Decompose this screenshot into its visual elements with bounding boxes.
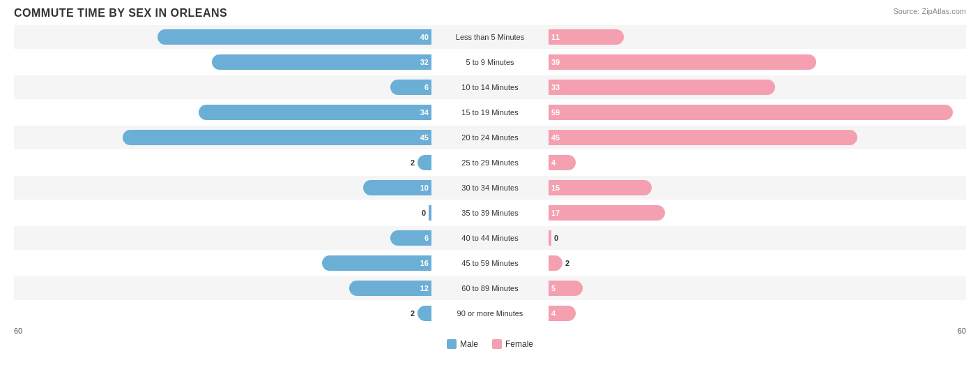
male-value: 2 bbox=[402, 309, 415, 318]
male-bar: 6 bbox=[390, 230, 431, 246]
chart-row: 2 90 or more Minutes 4 bbox=[14, 301, 966, 325]
legend-male: Male bbox=[447, 339, 478, 349]
female-value-inside: 5 bbox=[551, 284, 556, 292]
male-value-inside: 16 bbox=[420, 259, 429, 267]
male-value-inside: 12 bbox=[420, 284, 429, 292]
female-value-inside: 59 bbox=[551, 108, 560, 117]
male-bar: 6 bbox=[390, 80, 431, 95]
male-bar: 10 bbox=[363, 180, 431, 195]
row-label: 45 to 59 Minutes bbox=[434, 259, 546, 267]
legend-female-box bbox=[492, 339, 502, 349]
male-value: 0 bbox=[413, 209, 426, 217]
chart-row: 16 45 to 59 Minutes 2 bbox=[14, 251, 966, 275]
left-section: 45 bbox=[14, 126, 434, 149]
legend-female: Female bbox=[492, 339, 533, 349]
left-section: 6 bbox=[14, 226, 434, 250]
row-label: Less than 5 Minutes bbox=[434, 33, 546, 41]
left-section: 16 bbox=[14, 251, 434, 275]
row-label: 35 to 39 Minutes bbox=[434, 209, 546, 217]
legend-female-label: Female bbox=[505, 339, 533, 349]
right-section: 39 bbox=[546, 50, 966, 74]
male-value-inside: 34 bbox=[420, 108, 429, 117]
left-section: 40 bbox=[14, 25, 434, 49]
female-bar: 15 bbox=[549, 180, 652, 195]
male-value-inside: 32 bbox=[420, 58, 429, 66]
right-section: 15 bbox=[546, 176, 966, 200]
female-bar: 33 bbox=[549, 80, 775, 95]
male-bar: 40 bbox=[158, 29, 431, 45]
female-bar bbox=[549, 230, 551, 246]
male-bar: 45 bbox=[123, 130, 431, 145]
axis-right: 60 bbox=[958, 327, 966, 335]
male-value-inside: 40 bbox=[420, 33, 429, 41]
female-value-inside: 15 bbox=[551, 184, 560, 192]
chart-row: 12 60 to 89 Minutes 5 bbox=[14, 276, 966, 300]
left-section: 10 bbox=[14, 176, 434, 200]
male-bar bbox=[418, 155, 431, 170]
chart-row: 45 20 to 24 Minutes 45 bbox=[14, 126, 966, 149]
right-section: 5 bbox=[546, 276, 966, 300]
female-value-inside: 39 bbox=[551, 58, 560, 66]
legend-male-box bbox=[447, 339, 457, 349]
female-value: 0 bbox=[554, 234, 567, 242]
female-value-inside: 4 bbox=[551, 158, 556, 167]
chart-row: 6 10 to 14 Minutes 33 bbox=[14, 75, 966, 99]
left-section: 2 bbox=[14, 151, 434, 174]
axis-labels: 60 60 bbox=[14, 327, 966, 335]
row-label: 30 to 34 Minutes bbox=[434, 184, 546, 192]
right-section: 0 bbox=[546, 226, 966, 250]
right-section: 17 bbox=[546, 201, 966, 225]
chart-row: 10 30 to 34 Minutes 15 bbox=[14, 176, 966, 200]
axis-left: 60 bbox=[14, 327, 22, 335]
chart-row: 34 15 to 19 Minutes 59 bbox=[14, 100, 966, 124]
right-section: 45 bbox=[546, 126, 966, 149]
female-bar: 45 bbox=[549, 130, 857, 145]
left-section: 0 bbox=[14, 201, 434, 225]
male-value-inside: 45 bbox=[420, 133, 429, 142]
female-value-inside: 4 bbox=[551, 309, 556, 318]
female-bar: 4 bbox=[549, 155, 576, 170]
female-value-inside: 17 bbox=[551, 209, 560, 217]
source-label: Source: ZipAtlas.com bbox=[893, 7, 966, 15]
male-value-inside: 10 bbox=[420, 184, 429, 192]
chart-title: COMMUTE TIME BY SEX IN ORLEANS bbox=[14, 7, 966, 20]
legend: Male Female bbox=[14, 339, 966, 349]
row-label: 5 to 9 Minutes bbox=[434, 58, 546, 66]
female-value-inside: 11 bbox=[551, 33, 560, 41]
female-bar: 39 bbox=[549, 54, 816, 70]
left-section: 2 bbox=[14, 301, 434, 325]
chart-row: 2 25 to 29 Minutes 4 bbox=[14, 151, 966, 174]
left-section: 6 bbox=[14, 75, 434, 99]
chart-container: COMMUTE TIME BY SEX IN ORLEANS Source: Z… bbox=[0, 0, 980, 365]
female-bar: 59 bbox=[549, 105, 953, 120]
female-bar: 4 bbox=[549, 306, 576, 321]
row-label: 25 to 29 Minutes bbox=[434, 158, 546, 167]
row-label: 60 to 89 Minutes bbox=[434, 284, 546, 292]
male-bar: 34 bbox=[199, 105, 431, 120]
female-value-inside: 45 bbox=[551, 133, 560, 142]
right-section: 4 bbox=[546, 301, 966, 325]
male-value-inside: 6 bbox=[424, 234, 429, 242]
male-value: 2 bbox=[402, 158, 415, 167]
row-label: 20 to 24 Minutes bbox=[434, 133, 546, 142]
female-bar: 17 bbox=[549, 205, 665, 221]
row-label: 40 to 44 Minutes bbox=[434, 234, 546, 242]
right-section: 11 bbox=[546, 25, 966, 49]
left-section: 34 bbox=[14, 100, 434, 124]
male-bar bbox=[418, 306, 431, 321]
bars-area: 40 Less than 5 Minutes 11 32 5 to 9 Minu… bbox=[14, 25, 966, 325]
right-section: 4 bbox=[546, 151, 966, 174]
male-value-inside: 6 bbox=[424, 83, 429, 91]
male-bar: 32 bbox=[212, 54, 431, 70]
row-label: 90 or more Minutes bbox=[434, 309, 546, 318]
chart-row: 32 5 to 9 Minutes 39 bbox=[14, 50, 966, 74]
right-section: 2 bbox=[546, 251, 966, 275]
left-section: 32 bbox=[14, 50, 434, 74]
row-label: 10 to 14 Minutes bbox=[434, 83, 546, 91]
female-bar: 11 bbox=[549, 29, 624, 45]
female-bar bbox=[549, 255, 562, 271]
left-section: 12 bbox=[14, 276, 434, 300]
row-label: 15 to 19 Minutes bbox=[434, 108, 546, 117]
right-section: 33 bbox=[546, 75, 966, 99]
male-bar: 16 bbox=[322, 255, 431, 271]
